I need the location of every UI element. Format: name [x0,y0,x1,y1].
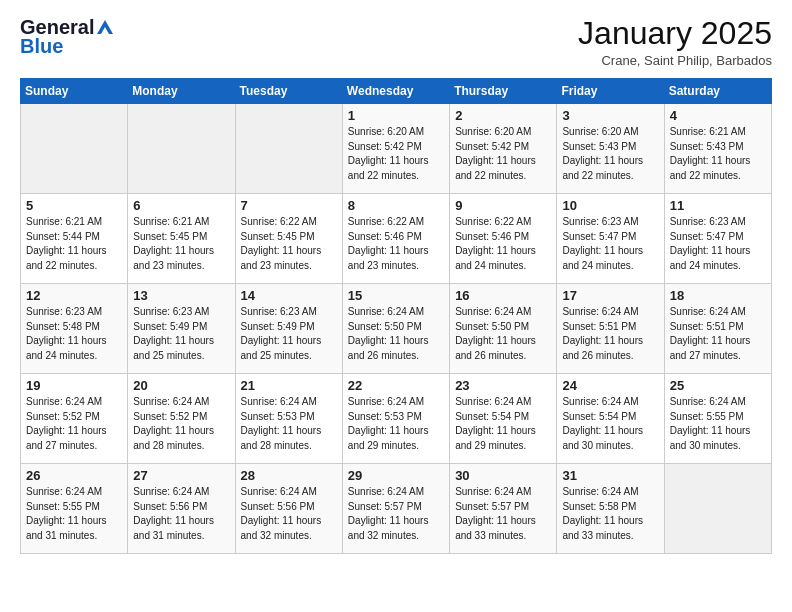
calendar-cell: 16Sunrise: 6:24 AMSunset: 5:50 PMDayligh… [450,284,557,374]
day-number: 25 [670,378,766,393]
calendar-table: SundayMondayTuesdayWednesdayThursdayFrid… [20,78,772,554]
day-number: 23 [455,378,551,393]
day-number: 14 [241,288,337,303]
day-number: 11 [670,198,766,213]
subtitle: Crane, Saint Philip, Barbados [578,53,772,68]
calendar-cell: 7Sunrise: 6:22 AMSunset: 5:45 PMDaylight… [235,194,342,284]
day-info: Sunrise: 6:20 AMSunset: 5:42 PMDaylight:… [455,125,551,183]
calendar-cell: 31Sunrise: 6:24 AMSunset: 5:58 PMDayligh… [557,464,664,554]
calendar-cell: 4Sunrise: 6:21 AMSunset: 5:43 PMDaylight… [664,104,771,194]
day-number: 22 [348,378,444,393]
day-info: Sunrise: 6:24 AMSunset: 5:55 PMDaylight:… [26,485,122,543]
calendar-cell: 20Sunrise: 6:24 AMSunset: 5:52 PMDayligh… [128,374,235,464]
day-info: Sunrise: 6:23 AMSunset: 5:49 PMDaylight:… [241,305,337,363]
calendar-cell: 3Sunrise: 6:20 AMSunset: 5:43 PMDaylight… [557,104,664,194]
day-info: Sunrise: 6:24 AMSunset: 5:54 PMDaylight:… [562,395,658,453]
calendar-cell: 6Sunrise: 6:21 AMSunset: 5:45 PMDaylight… [128,194,235,284]
day-info: Sunrise: 6:23 AMSunset: 5:48 PMDaylight:… [26,305,122,363]
day-number: 28 [241,468,337,483]
calendar-cell: 30Sunrise: 6:24 AMSunset: 5:57 PMDayligh… [450,464,557,554]
day-info: Sunrise: 6:23 AMSunset: 5:49 PMDaylight:… [133,305,229,363]
day-number: 3 [562,108,658,123]
calendar-cell: 5Sunrise: 6:21 AMSunset: 5:44 PMDaylight… [21,194,128,284]
calendar-cell: 2Sunrise: 6:20 AMSunset: 5:42 PMDaylight… [450,104,557,194]
calendar-cell: 19Sunrise: 6:24 AMSunset: 5:52 PMDayligh… [21,374,128,464]
day-info: Sunrise: 6:24 AMSunset: 5:53 PMDaylight:… [241,395,337,453]
header-row: SundayMondayTuesdayWednesdayThursdayFrid… [21,79,772,104]
calendar-cell [128,104,235,194]
title-block: January 2025 Crane, Saint Philip, Barbad… [578,16,772,68]
header-sunday: Sunday [21,79,128,104]
week-row-3: 12Sunrise: 6:23 AMSunset: 5:48 PMDayligh… [21,284,772,374]
day-info: Sunrise: 6:22 AMSunset: 5:46 PMDaylight:… [348,215,444,273]
calendar-cell: 24Sunrise: 6:24 AMSunset: 5:54 PMDayligh… [557,374,664,464]
day-info: Sunrise: 6:21 AMSunset: 5:43 PMDaylight:… [670,125,766,183]
day-info: Sunrise: 6:23 AMSunset: 5:47 PMDaylight:… [562,215,658,273]
day-info: Sunrise: 6:23 AMSunset: 5:47 PMDaylight:… [670,215,766,273]
calendar-cell: 28Sunrise: 6:24 AMSunset: 5:56 PMDayligh… [235,464,342,554]
day-number: 12 [26,288,122,303]
calendar-cell: 27Sunrise: 6:24 AMSunset: 5:56 PMDayligh… [128,464,235,554]
calendar-cell: 21Sunrise: 6:24 AMSunset: 5:53 PMDayligh… [235,374,342,464]
calendar-cell: 18Sunrise: 6:24 AMSunset: 5:51 PMDayligh… [664,284,771,374]
calendar-cell: 13Sunrise: 6:23 AMSunset: 5:49 PMDayligh… [128,284,235,374]
day-info: Sunrise: 6:24 AMSunset: 5:51 PMDaylight:… [562,305,658,363]
header-monday: Monday [128,79,235,104]
header-saturday: Saturday [664,79,771,104]
calendar-cell: 17Sunrise: 6:24 AMSunset: 5:51 PMDayligh… [557,284,664,374]
calendar-cell: 1Sunrise: 6:20 AMSunset: 5:42 PMDaylight… [342,104,449,194]
week-row-2: 5Sunrise: 6:21 AMSunset: 5:44 PMDaylight… [21,194,772,284]
day-number: 8 [348,198,444,213]
header-wednesday: Wednesday [342,79,449,104]
day-info: Sunrise: 6:20 AMSunset: 5:42 PMDaylight:… [348,125,444,183]
day-number: 21 [241,378,337,393]
day-info: Sunrise: 6:24 AMSunset: 5:55 PMDaylight:… [670,395,766,453]
day-info: Sunrise: 6:24 AMSunset: 5:51 PMDaylight:… [670,305,766,363]
header-tuesday: Tuesday [235,79,342,104]
day-info: Sunrise: 6:24 AMSunset: 5:57 PMDaylight:… [348,485,444,543]
day-number: 30 [455,468,551,483]
day-number: 1 [348,108,444,123]
day-number: 4 [670,108,766,123]
calendar-cell: 9Sunrise: 6:22 AMSunset: 5:46 PMDaylight… [450,194,557,284]
day-number: 15 [348,288,444,303]
page: General Blue January 2025 Crane, Saint P… [0,0,792,570]
day-info: Sunrise: 6:24 AMSunset: 5:56 PMDaylight:… [241,485,337,543]
week-row-5: 26Sunrise: 6:24 AMSunset: 5:55 PMDayligh… [21,464,772,554]
calendar-cell [235,104,342,194]
calendar-cell [664,464,771,554]
day-info: Sunrise: 6:22 AMSunset: 5:46 PMDaylight:… [455,215,551,273]
day-info: Sunrise: 6:24 AMSunset: 5:53 PMDaylight:… [348,395,444,453]
calendar-cell: 23Sunrise: 6:24 AMSunset: 5:54 PMDayligh… [450,374,557,464]
day-info: Sunrise: 6:24 AMSunset: 5:52 PMDaylight:… [133,395,229,453]
logo-icon [95,18,115,36]
day-number: 26 [26,468,122,483]
day-number: 16 [455,288,551,303]
calendar-cell: 14Sunrise: 6:23 AMSunset: 5:49 PMDayligh… [235,284,342,374]
calendar-cell: 25Sunrise: 6:24 AMSunset: 5:55 PMDayligh… [664,374,771,464]
calendar-cell: 11Sunrise: 6:23 AMSunset: 5:47 PMDayligh… [664,194,771,284]
day-number: 6 [133,198,229,213]
header-thursday: Thursday [450,79,557,104]
day-info: Sunrise: 6:24 AMSunset: 5:54 PMDaylight:… [455,395,551,453]
calendar-cell [21,104,128,194]
month-title: January 2025 [578,16,772,51]
day-number: 17 [562,288,658,303]
calendar-cell: 10Sunrise: 6:23 AMSunset: 5:47 PMDayligh… [557,194,664,284]
day-info: Sunrise: 6:24 AMSunset: 5:50 PMDaylight:… [455,305,551,363]
day-info: Sunrise: 6:21 AMSunset: 5:45 PMDaylight:… [133,215,229,273]
day-info: Sunrise: 6:24 AMSunset: 5:56 PMDaylight:… [133,485,229,543]
day-number: 10 [562,198,658,213]
day-info: Sunrise: 6:24 AMSunset: 5:57 PMDaylight:… [455,485,551,543]
day-number: 29 [348,468,444,483]
day-info: Sunrise: 6:20 AMSunset: 5:43 PMDaylight:… [562,125,658,183]
calendar-cell: 26Sunrise: 6:24 AMSunset: 5:55 PMDayligh… [21,464,128,554]
day-number: 2 [455,108,551,123]
day-info: Sunrise: 6:24 AMSunset: 5:52 PMDaylight:… [26,395,122,453]
day-info: Sunrise: 6:24 AMSunset: 5:58 PMDaylight:… [562,485,658,543]
day-info: Sunrise: 6:21 AMSunset: 5:44 PMDaylight:… [26,215,122,273]
logo: General Blue [20,16,115,58]
calendar-cell: 15Sunrise: 6:24 AMSunset: 5:50 PMDayligh… [342,284,449,374]
week-row-4: 19Sunrise: 6:24 AMSunset: 5:52 PMDayligh… [21,374,772,464]
day-number: 13 [133,288,229,303]
